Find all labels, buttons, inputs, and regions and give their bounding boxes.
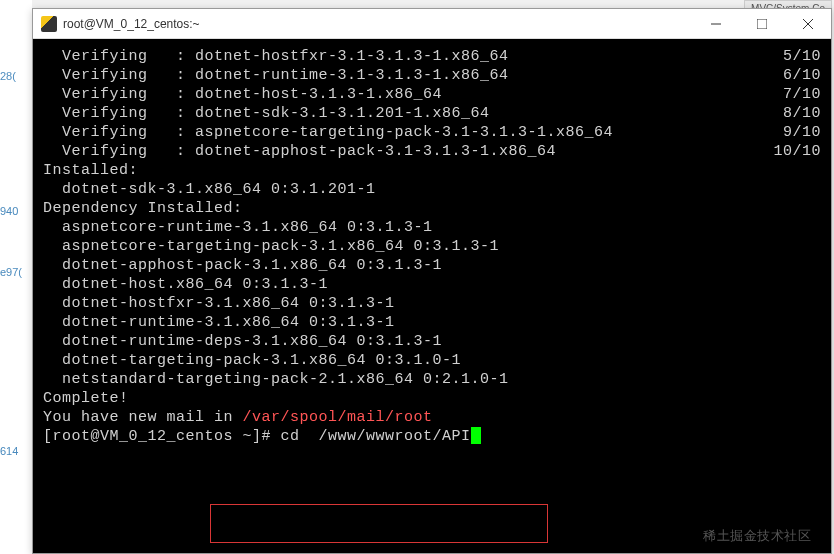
dependency-pkg: dotnet-runtime-deps-3.1.x86_64 0:3.1.3-1 xyxy=(43,332,821,351)
verify-line: Verifying : dotnet-hostfxr-3.1-3.1.3-1.x… xyxy=(43,47,821,66)
annotation-box xyxy=(210,504,548,543)
editor-gutter: 28( 940 e97( 614 xyxy=(0,0,32,554)
window-titlebar[interactable]: root@VM_0_12_centos:~ xyxy=(33,9,831,39)
gutter-marker: e97( xyxy=(0,266,22,278)
verify-line: Verifying : dotnet-runtime-3.1-3.1.3-1.x… xyxy=(43,66,821,85)
close-button[interactable] xyxy=(785,9,831,39)
dependency-pkg: dotnet-runtime-3.1.x86_64 0:3.1.3-1 xyxy=(43,313,821,332)
dependency-pkg: dotnet-hostfxr-3.1.x86_64 0:3.1.3-1 xyxy=(43,294,821,313)
maximize-button[interactable] xyxy=(739,9,785,39)
dependency-pkg: aspnetcore-targeting-pack-3.1.x86_64 0:3… xyxy=(43,237,821,256)
gutter-marker: 614 xyxy=(0,445,18,457)
dependency-header: Dependency Installed: xyxy=(43,199,821,218)
prompt-line[interactable]: [root@VM_0_12_centos ~]# cd /www/wwwroot… xyxy=(43,427,821,446)
terminal-window: root@VM_0_12_centos:~ Verifying : dotnet… xyxy=(32,8,832,554)
installed-header: Installed: xyxy=(43,161,821,180)
installed-pkg: dotnet-sdk-3.1.x86_64 0:3.1.201-1 xyxy=(43,180,821,199)
verify-line: Verifying : dotnet-sdk-3.1-3.1.201-1.x86… xyxy=(43,104,821,123)
dependency-pkg: dotnet-targeting-pack-3.1.x86_64 0:3.1.0… xyxy=(43,351,821,370)
dependency-pkg: netstandard-targeting-pack-2.1.x86_64 0:… xyxy=(43,370,821,389)
gutter-marker: 28( xyxy=(0,70,16,82)
dependency-pkg: aspnetcore-runtime-3.1.x86_64 0:3.1.3-1 xyxy=(43,218,821,237)
verify-line: Verifying : dotnet-host-3.1.3-1.x86_647/… xyxy=(43,85,821,104)
dependency-pkg: dotnet-host.x86_64 0:3.1.3-1 xyxy=(43,275,821,294)
minimize-button[interactable] xyxy=(693,9,739,39)
putty-icon xyxy=(41,16,57,32)
window-title: root@VM_0_12_centos:~ xyxy=(63,17,200,31)
window-controls xyxy=(693,9,831,39)
verify-line: Verifying : aspnetcore-targeting-pack-3.… xyxy=(43,123,821,142)
gutter-marker: 940 xyxy=(0,205,18,217)
terminal-cursor xyxy=(471,427,481,444)
dependency-pkg: dotnet-apphost-pack-3.1.x86_64 0:3.1.3-1 xyxy=(43,256,821,275)
complete-line: Complete! xyxy=(43,389,821,408)
watermark: 稀土掘金技术社区 xyxy=(703,526,811,545)
verify-line: Verifying : dotnet-apphost-pack-3.1-3.1.… xyxy=(43,142,821,161)
terminal-output[interactable]: Verifying : dotnet-hostfxr-3.1-3.1.3-1.x… xyxy=(33,39,831,553)
mail-line: You have new mail in /var/spool/mail/roo… xyxy=(43,408,821,427)
svg-rect-1 xyxy=(757,19,767,29)
